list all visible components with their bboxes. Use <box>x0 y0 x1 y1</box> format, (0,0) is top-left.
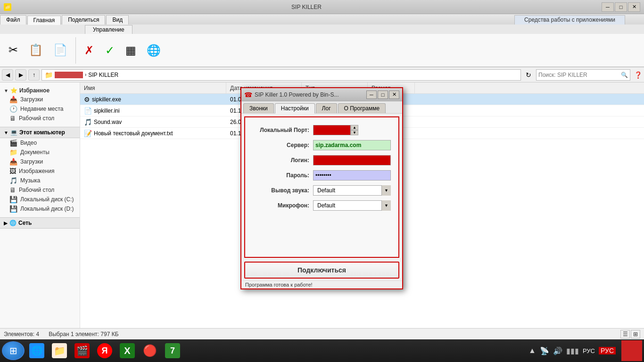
check-button[interactable]: ✓ <box>100 42 119 58</box>
sip-close-button[interactable]: ✕ <box>389 90 399 99</box>
password-label: Пароль: <box>253 172 309 179</box>
taskbar-app-chrome[interactable]: 🔴 <box>140 341 160 360</box>
taskbar-app-ie[interactable]: 🌐 <box>26 341 47 360</box>
ribbon: Файл Главная Поделиться Вид Средства раб… <box>0 14 644 67</box>
audio-output-select[interactable]: Default <box>313 185 391 196</box>
cut-icon: ✂ <box>8 44 18 56</box>
sidebar-item-disk-c[interactable]: 💾 Локальный диск (C:) <box>0 195 80 204</box>
forward-button[interactable]: ▶ <box>15 69 26 81</box>
music-icon: 🎵 <box>9 177 17 184</box>
sidebar-item-images[interactable]: 🖼 Изображения <box>0 166 80 176</box>
desktop-icon2: 🖥 <box>9 186 16 194</box>
taskbar-app-7z[interactable]: 7 <box>162 341 183 360</box>
grid-view-btn[interactable]: ⊞ <box>631 330 640 338</box>
audio-output-select-wrapper: Default ▼ <box>313 185 391 196</box>
password-input[interactable] <box>313 170 391 181</box>
ribbon-divider-1 <box>75 37 76 64</box>
port-down-button[interactable]: ▼ <box>351 130 358 135</box>
sidebar-network-header[interactable]: ▶ 🌐 Сеть <box>0 217 80 229</box>
list-button[interactable]: ▦ <box>121 42 140 58</box>
computer-arrow-icon: ▼ <box>4 130 8 135</box>
sidebar-item-desktop1[interactable]: 🖥 Рабочий стол <box>0 114 80 123</box>
minimize-button[interactable]: ─ <box>602 2 614 12</box>
sidebar-item-downloads2[interactable]: 📥 Загрузки <box>0 157 80 166</box>
col-header-name[interactable]: Имя <box>80 82 226 93</box>
tray-expand-icon[interactable]: ▲ <box>528 346 536 355</box>
sidebar-item-music[interactable]: 🎵 Музыка <box>0 176 80 185</box>
tab-view[interactable]: Вид <box>106 15 129 25</box>
search-input[interactable] <box>538 72 621 78</box>
port-input[interactable] <box>313 125 351 135</box>
sip-tab-about[interactable]: О Программе <box>338 103 386 113</box>
port-up-button[interactable]: ▲ <box>351 125 358 130</box>
start-button[interactable]: ⊞ <box>2 341 25 360</box>
network-icon: 🌐 <box>9 220 17 226</box>
taskbar-app-yandex[interactable]: Я <box>94 341 115 360</box>
tray-flag[interactable]: РУС <box>599 347 616 354</box>
address-path[interactable]: 📁 ●●● › SIP KILLER <box>41 69 521 81</box>
tray-network-icon[interactable]: 📡 <box>540 346 549 355</box>
sidebar-favorites-header[interactable]: ▼ ⭐ Избранное <box>0 86 80 95</box>
microphone-label: Микрофон: <box>253 202 309 209</box>
tray-clock[interactable]: РУС <box>583 347 595 354</box>
sip-maximize-button[interactable]: □ <box>378 90 388 99</box>
back-button[interactable]: ◀ <box>2 69 13 81</box>
delete-button[interactable]: ✗ <box>80 42 99 58</box>
video-icon: 🎬 <box>9 139 17 147</box>
file-name-cell: ⚙ sipkiller.exe <box>80 96 226 103</box>
tab-home[interactable]: Главная <box>27 16 61 25</box>
documents-icon: 📁 <box>9 148 17 156</box>
sidebar-item-recent[interactable]: 🕐 Недавние места <box>0 104 80 114</box>
sip-minimize-button[interactable]: ─ <box>366 90 377 99</box>
help-button[interactable]: ❓ <box>634 71 642 79</box>
copy-button[interactable]: 📋 <box>25 42 47 59</box>
sidebar-computer-section: ▼ 💻 Этот компьютер 🎬 Видео 📁 Документы 📥… <box>0 127 80 214</box>
tray-battery-icon: ▮▮▮ <box>566 346 579 355</box>
sidebar-favorites-section: ▼ ⭐ Избранное 📥 Загрузки 🕐 Недавние мест… <box>0 86 80 123</box>
file-icon: 📝 <box>84 130 92 137</box>
tab-manage[interactable]: Управление <box>85 25 132 34</box>
refresh-button[interactable]: ↻ <box>523 69 534 81</box>
tray-volume-icon[interactable]: 🔊 <box>553 346 562 355</box>
server-input[interactable] <box>313 140 391 150</box>
file-name-cell: 📝 Новый текстовый документ.txt <box>80 130 226 137</box>
sidebar-item-video[interactable]: 🎬 Видео <box>0 138 80 148</box>
list-view-btn[interactable]: ☰ <box>620 330 630 338</box>
sidebar-computer-header[interactable]: ▼ 💻 Этот компьютер <box>0 127 80 138</box>
sip-title-icon: ☎ <box>244 91 252 99</box>
tab-tools-group[interactable]: Средства работы с приложениями <box>514 15 625 25</box>
explorer-title-text: SIP KILLER <box>11 4 602 10</box>
downloads-icon2: 📥 <box>9 158 17 165</box>
password-row: Пароль: <box>253 170 391 181</box>
file-icon: 📄 <box>84 107 92 115</box>
login-input[interactable] <box>313 155 391 165</box>
sip-tab-log[interactable]: Лог <box>316 103 337 113</box>
sidebar-item-disk-d[interactable]: 💾 Локальный диск (D:) <box>0 204 80 214</box>
port-row: Локальный Порт: ▲ ▼ <box>253 125 391 135</box>
close-button[interactable]: ✕ <box>628 2 640 12</box>
search-icon: 🔍 <box>621 72 628 78</box>
globe-button[interactable]: 🌐 <box>142 42 165 58</box>
sidebar-item-downloads1[interactable]: 📥 Загрузки <box>0 95 80 104</box>
sip-tab-settings[interactable]: Настройки <box>275 103 315 114</box>
chrome-icon: 🔴 <box>142 343 157 358</box>
sidebar-item-desktop2[interactable]: 🖥 Рабочий стол <box>0 185 80 195</box>
taskbar-app-excel[interactable]: X <box>117 341 138 360</box>
taskbar-app-media[interactable]: 🎬 <box>72 341 92 360</box>
excel-icon: X <box>120 343 135 358</box>
paste-button[interactable]: 📄 <box>49 42 72 59</box>
path-folder-name: SIP KILLER <box>88 72 118 78</box>
sip-tab-calls[interactable]: Звонки <box>243 103 274 113</box>
maximize-button[interactable]: □ <box>615 2 627 12</box>
tab-share[interactable]: Поделиться <box>62 15 105 25</box>
taskbar-app-explorer[interactable]: 📁 <box>49 341 70 360</box>
cut-button[interactable]: ✂ <box>4 42 23 59</box>
up-button[interactable]: ↑ <box>28 69 40 81</box>
microphone-select[interactable]: Default <box>313 200 391 211</box>
connect-button[interactable]: Подключиться <box>244 262 399 279</box>
sidebar-item-documents[interactable]: 📁 Документы <box>0 148 80 157</box>
sip-settings-content: Локальный Порт: ▲ ▼ Сервер: Логин: Парол… <box>244 116 399 258</box>
microphone-row: Микрофон: Default ▼ <box>253 200 391 211</box>
tab-file[interactable]: Файл <box>0 15 26 25</box>
login-label: Логин: <box>253 157 309 164</box>
